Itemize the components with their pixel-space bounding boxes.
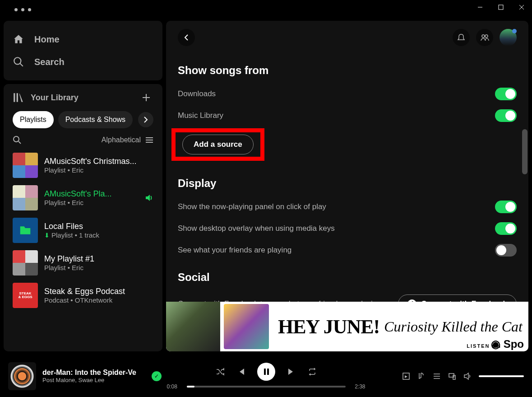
svg-rect-6 <box>14 93 15 102</box>
minimize-button[interactable] <box>470 0 490 14</box>
now-playing-cover[interactable] <box>8 362 36 390</box>
section-show-songs-title: Show songs from <box>178 64 517 77</box>
time-elapsed: 0:08 <box>167 383 182 390</box>
people-icon <box>480 33 489 42</box>
app-menu-dots[interactable] <box>14 8 31 11</box>
pause-icon <box>262 368 270 376</box>
setting-downloads-label: Downloads <box>178 89 216 98</box>
repeat-button[interactable] <box>308 367 317 376</box>
setting-music-library-label: Music Library <box>178 111 223 120</box>
playlist-name: AMusicSoft's Pla... <box>44 189 138 199</box>
playlist-name: My Playlist #1 <box>44 254 153 264</box>
svg-point-4 <box>14 57 21 64</box>
close-button[interactable] <box>511 0 532 14</box>
toggle-music-library[interactable] <box>495 109 517 122</box>
repeat-icon <box>308 367 317 376</box>
now-playing-artist[interactable]: Post Malone, Swae Lee <box>42 377 145 383</box>
svg-rect-18 <box>267 369 269 375</box>
volume-slider[interactable] <box>479 375 524 377</box>
nav-home-label: Home <box>34 34 60 45</box>
volume-button[interactable] <box>463 372 472 380</box>
connect-facebook-button[interactable]: f Connect with Facebook <box>398 294 517 302</box>
back-button[interactable] <box>178 29 195 46</box>
nav-home[interactable]: Home <box>13 28 153 51</box>
playlist-cover <box>13 153 38 178</box>
toggle-friend-activity[interactable] <box>495 244 517 257</box>
podcast-meta: Podcast • OTKnetwork <box>44 296 153 304</box>
plus-icon <box>142 93 150 102</box>
section-display-title: Display <box>178 177 517 190</box>
chevron-left-icon <box>182 33 190 42</box>
profile-avatar[interactable] <box>500 29 517 46</box>
podcast-cover: STEAK& EGGS <box>13 283 38 308</box>
toggle-desktop-overlay[interactable] <box>495 222 517 235</box>
setting-now-playing-label: Show the now-playing panel on click of p… <box>178 202 326 211</box>
time-duration: 2:38 <box>350 383 365 390</box>
playlist-cover <box>13 185 38 210</box>
playlist-meta: Playlist • Eric <box>44 166 153 174</box>
now-playing-title[interactable]: der-Man: Into the Spider-Ve <box>42 369 145 377</box>
friend-activity-button[interactable] <box>476 29 493 46</box>
downloaded-icon: ⬇ <box>44 232 50 239</box>
library-search-button[interactable] <box>13 135 22 145</box>
sort-button[interactable]: Alphabetical <box>102 136 153 144</box>
now-playing-speaker-icon <box>144 193 153 202</box>
svg-point-15 <box>482 35 485 37</box>
chip-playlists[interactable]: Playlists <box>13 111 54 128</box>
playlist-cover <box>13 218 38 243</box>
notifications-button[interactable] <box>453 29 470 46</box>
library-item[interactable]: Local Files ⬇Playlist • 1 track <box>8 214 158 247</box>
setting-friends-playing-label: See what your friends are playing <box>178 246 291 255</box>
bell-icon <box>457 33 465 42</box>
play-pause-button[interactable] <box>257 363 275 381</box>
setting-desktop-overlay-label: Show desktop overlay when using media ke… <box>178 224 335 233</box>
next-button[interactable] <box>287 367 296 376</box>
queue-button[interactable] <box>433 372 441 380</box>
playlist-meta: Playlist • Eric <box>44 264 153 271</box>
svg-rect-1 <box>499 5 503 9</box>
skip-back-icon <box>236 367 245 376</box>
toggle-now-playing-panel[interactable] <box>495 201 517 213</box>
playlist-meta: Playlist • Eric <box>44 199 138 206</box>
nav-search[interactable]: Search <box>13 51 153 73</box>
playlist-name: AMusicSoft's Christmas... <box>44 157 153 166</box>
chips-next-button[interactable] <box>138 112 153 127</box>
library-item[interactable]: AMusicSoft's Christmas... Playlist • Eri… <box>8 149 158 182</box>
svg-line-11 <box>19 141 21 144</box>
toggle-downloads[interactable] <box>495 88 517 100</box>
ad-headline: HEY JUNE! <box>278 315 379 338</box>
chevron-right-icon <box>142 116 149 123</box>
section-social-title: Social <box>178 271 517 284</box>
skip-forward-icon <box>287 367 296 376</box>
library-item[interactable]: STEAK& EGGS Steak & Eggs Podcast Podcast… <box>8 279 158 312</box>
connect-device-button[interactable] <box>448 372 456 380</box>
home-icon <box>13 33 24 45</box>
lyrics-button[interactable] <box>417 372 426 380</box>
library-title: Your Library <box>31 93 79 103</box>
add-source-button[interactable]: Add a source <box>182 135 254 154</box>
shuffle-button[interactable] <box>216 367 225 376</box>
search-icon <box>13 56 24 68</box>
ad-spotify-logo: ◉ Spo <box>491 338 524 350</box>
scrollbar-thumb[interactable] <box>522 129 527 174</box>
progress-bar[interactable] <box>187 386 346 388</box>
maximize-button[interactable] <box>490 0 511 14</box>
library-item[interactable]: AMusicSoft's Pla... Playlist • Eric <box>8 182 158 214</box>
now-playing-view-button[interactable] <box>402 372 410 380</box>
svg-point-10 <box>14 136 19 142</box>
library-header[interactable]: Your Library <box>13 92 79 103</box>
save-track-button[interactable]: ✓ <box>152 371 162 381</box>
sort-label: Alphabetical <box>102 136 141 144</box>
previous-button[interactable] <box>236 367 245 376</box>
ad-banner[interactable]: HEY JUNE! Curiosity Killed the Cat LISTE… <box>166 302 528 351</box>
list-icon <box>145 136 153 144</box>
add-playlist-button[interactable] <box>139 90 153 105</box>
ad-image <box>166 302 220 351</box>
chip-podcasts[interactable]: Podcasts & Shows <box>58 111 133 128</box>
ad-album-art <box>224 304 269 349</box>
svg-line-5 <box>20 63 23 66</box>
svg-rect-7 <box>17 93 18 102</box>
svg-rect-17 <box>264 369 266 375</box>
shuffle-icon <box>216 367 225 376</box>
library-item[interactable]: My Playlist #1 Playlist • Eric <box>8 247 158 279</box>
